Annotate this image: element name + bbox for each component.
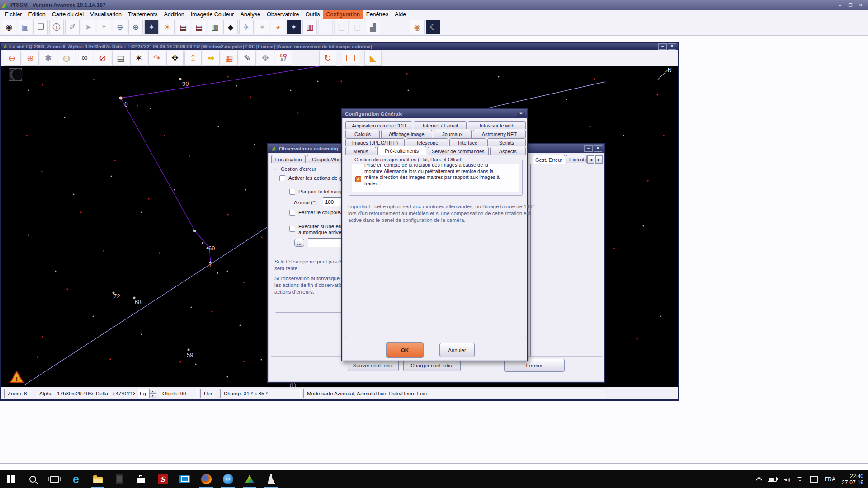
menu-imagerie-couleur[interactable]: Imagerie Couleur xyxy=(188,10,237,19)
speaker-icon[interactable]: ◄)) xyxy=(783,477,790,482)
menu-configuration[interactable]: Configuration xyxy=(323,10,363,19)
taskbar-thunderbird-icon[interactable]: ✉ xyxy=(217,470,239,488)
select-region-icon[interactable] xyxy=(342,51,359,66)
taskbar-edge-icon[interactable]: e xyxy=(65,470,87,488)
taskbar-remote-app-icon[interactable] xyxy=(174,470,195,488)
wifi-icon[interactable] xyxy=(796,477,803,482)
menu-carte-du-ciel[interactable]: Carte du ciel xyxy=(49,10,87,19)
camera-icon[interactable]: ◉ xyxy=(2,20,16,34)
ccd-red-icon[interactable]: ▥ xyxy=(302,20,317,34)
rotation-option-checkbox[interactable] xyxy=(355,176,361,182)
celestial-sphere-icon[interactable]: ◍ xyxy=(58,51,75,66)
refresh-icon[interactable]: ↻ xyxy=(319,51,336,66)
flip-view-icon[interactable]: ↷ xyxy=(148,51,165,66)
tab-execution[interactable]: Execution xyxy=(566,155,587,163)
black-module-icon[interactable]: ◆ xyxy=(223,20,238,34)
minimize-button[interactable]: – xyxy=(835,2,844,9)
display-options-icon[interactable]: ✎ xyxy=(239,51,256,66)
tab-internet-e-mail[interactable]: Internet / E-mail xyxy=(414,121,467,129)
info-icon[interactable]: ⓘ xyxy=(49,20,64,34)
histogram-icon[interactable]: ▟ xyxy=(366,20,380,34)
sky-minimize-button[interactable]: – xyxy=(658,43,667,50)
pointer-icon[interactable]: ➤ xyxy=(81,20,95,34)
tab-interface[interactable]: Interface xyxy=(449,138,486,146)
camera-control-icon[interactable]: ▥ xyxy=(208,20,222,34)
elevation-icon[interactable]: ↥ xyxy=(184,51,202,66)
telescope-stop-icon[interactable]: ⊘ xyxy=(94,51,111,66)
coord-mode-selector[interactable]: Eq▲▼ xyxy=(138,389,156,398)
zoom-plus-icon[interactable]: ⊕ xyxy=(128,20,143,34)
taskbar-store-icon[interactable] xyxy=(130,470,152,488)
config-dialog-titlebar[interactable]: Configuration Générale ✕ xyxy=(342,109,527,118)
tab-scroll-right-button[interactable]: ▶ xyxy=(595,155,603,164)
tab-focalisation[interactable]: Focalisation xyxy=(271,155,306,163)
warning-icon[interactable]: ! xyxy=(10,371,23,383)
print-icon[interactable]: ▤ xyxy=(112,51,129,66)
taskbar-dragon-app-icon[interactable]: S xyxy=(152,470,174,488)
tab-images-jpeg-tiff[interactable]: Images (JPEG/TIFF) xyxy=(345,138,405,146)
execute-script-checkbox[interactable] xyxy=(289,226,295,232)
menu-aide[interactable]: Aide xyxy=(392,10,409,19)
app-titlebar[interactable]: PRISM - Version Avancée 10.1.14.187 – ❐ … xyxy=(0,0,868,10)
obs-close-button[interactable]: ✕ xyxy=(594,145,602,152)
zoom-out-icon[interactable]: ⊖ xyxy=(4,51,21,66)
park-telescope-checkbox[interactable] xyxy=(289,189,295,195)
obs-minimize-button[interactable]: – xyxy=(584,145,593,152)
reduce-field-icon[interactable]: ✥ xyxy=(257,51,274,66)
menu-traitements[interactable]: Traitements xyxy=(125,10,161,19)
taskbar-mobile-app-icon[interactable] xyxy=(108,470,130,488)
maximize-button[interactable]: ❐ xyxy=(846,2,855,9)
tab-pr-traitements[interactable]: Pré-traitements xyxy=(377,146,426,155)
menu-addition[interactable]: Addition xyxy=(160,10,187,19)
starfield-icon[interactable]: ✶ xyxy=(287,20,301,34)
taskbar-start-icon[interactable] xyxy=(0,470,22,488)
menu-edition[interactable]: Edition xyxy=(25,10,49,19)
tab-calculs[interactable]: Calculs xyxy=(345,130,380,138)
close-button[interactable]: ✕ xyxy=(856,2,865,9)
taskbar-prism-icon[interactable] xyxy=(239,470,260,488)
battery-icon[interactable] xyxy=(768,477,777,482)
tab-telescope[interactable]: Telescope xyxy=(406,138,448,146)
sky-globe-icon[interactable]: ● xyxy=(255,20,269,34)
ok-button[interactable]: OK xyxy=(386,342,424,358)
config-close-button[interactable]: ✕ xyxy=(517,111,525,117)
chart-settings-icon[interactable]: ✱ xyxy=(40,51,57,66)
center-object-icon[interactable]: ✥ xyxy=(166,51,184,66)
tab-aspects[interactable]: Aspects xyxy=(490,147,526,155)
goto-slew-icon[interactable]: ➡ xyxy=(203,51,220,66)
ccd-camera-2-icon[interactable]: ▤ xyxy=(192,20,206,34)
clock[interactable]: 22:40 27-07-16 xyxy=(842,473,863,486)
tab-astrometry-net[interactable]: Astrometry.NET xyxy=(473,130,526,138)
tab-coupole-abri[interactable]: Coupole/Abri xyxy=(307,155,346,163)
night-image-icon[interactable]: ☾ xyxy=(426,20,440,34)
language-indicator[interactable]: FRA xyxy=(825,476,835,483)
tools-ball-icon[interactable]: ◕ xyxy=(271,20,285,34)
eq-az-icon[interactable]: EQAZ xyxy=(275,51,292,66)
ccd-camera-icon[interactable]: ▤ xyxy=(176,20,190,34)
lamp-icon[interactable]: ✐ xyxy=(65,20,80,34)
taskbar-task-view-icon[interactable] xyxy=(43,470,65,488)
sky-window-titlebar[interactable]: Le ciel EQ.2000, Zoom=8, Alpha= 17h03m07… xyxy=(1,43,678,50)
portrait-icon[interactable]: ◉ xyxy=(410,20,425,34)
close-dome-checkbox[interactable] xyxy=(289,210,295,216)
taskbar-search-icon[interactable] xyxy=(22,470,43,488)
sky-close-button[interactable]: ✕ xyxy=(668,43,676,50)
cancel-button[interactable]: Annuler xyxy=(439,343,475,357)
menu-fen-tres[interactable]: Fenêtres xyxy=(363,10,392,19)
tab-serveur-de-commandes[interactable]: Serveur de commandes xyxy=(428,147,489,155)
zoom-in-icon[interactable]: ⊕ xyxy=(22,51,39,66)
menu-outils[interactable]: Outils xyxy=(302,10,323,19)
notifications-icon[interactable] xyxy=(810,476,818,483)
taskbar-file-explorer-icon[interactable] xyxy=(87,470,108,488)
find-star-icon[interactable]: ✶ xyxy=(130,51,147,66)
tab-scroll-left-button[interactable]: ◀ xyxy=(587,155,594,164)
ephemeris-table-icon[interactable]: ▦ xyxy=(221,51,238,66)
browse-script-button[interactable]: ... xyxy=(294,239,304,247)
save-icon[interactable]: ▣ xyxy=(18,20,32,34)
menu-fichier[interactable]: Fichier xyxy=(2,10,25,19)
tab-infos-sur-le-web[interactable]: Infos sur le web xyxy=(468,121,526,129)
dome-icon[interactable]: ◓ xyxy=(97,20,111,34)
tab-affichage-image[interactable]: Affichage image xyxy=(381,130,432,138)
tab-menus[interactable]: Menus xyxy=(345,147,376,155)
tab-scripts[interactable]: Scripts xyxy=(487,138,526,146)
